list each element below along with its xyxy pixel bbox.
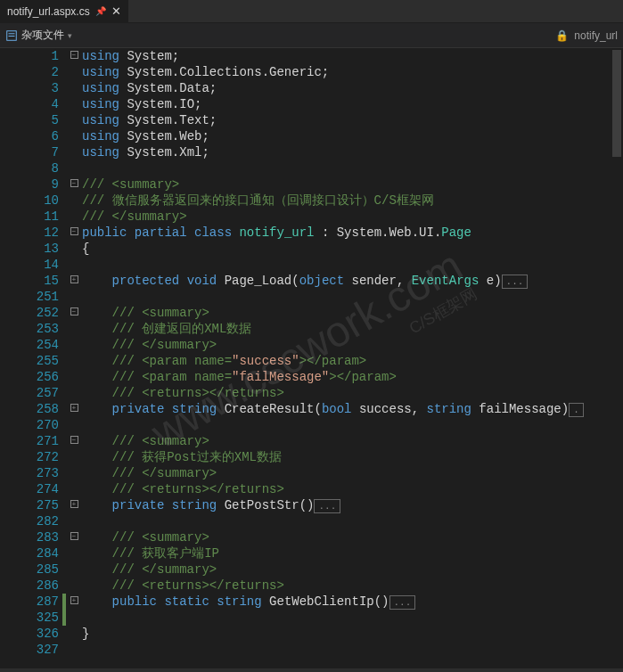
- line-number: 325: [0, 610, 59, 626]
- line-number: 272: [0, 449, 59, 465]
- line-number: 273: [0, 465, 59, 481]
- bottom-bar: [0, 668, 623, 672]
- line-number: 283: [0, 529, 59, 545]
- line-number: 271: [0, 433, 59, 449]
- nav-right-dropdown[interactable]: 🔒 notify_url: [555, 29, 618, 42]
- code-line[interactable]: private string CreateResult(bool success…: [82, 401, 623, 417]
- code-line[interactable]: [82, 610, 623, 626]
- code-line[interactable]: /// <param name="failMessage"></param>: [82, 369, 623, 385]
- code-line[interactable]: /// 创建返回的XML数据: [82, 321, 623, 337]
- code-line[interactable]: /// 微信服务器返回来的接口通知（回调接口设计）C/S框架网: [82, 193, 623, 209]
- line-number: 6: [0, 128, 59, 144]
- code-line[interactable]: using System.Web;: [82, 128, 623, 144]
- code-line[interactable]: /// <summary>: [82, 529, 623, 545]
- close-icon[interactable]: ✕: [111, 4, 121, 18]
- code-editor[interactable]: 1234567891011121314152512522532542552562…: [0, 48, 623, 668]
- code-line[interactable]: /// <summary>: [82, 305, 623, 321]
- line-number: 252: [0, 305, 59, 321]
- code-line[interactable]: [82, 417, 623, 433]
- line-number: 1: [0, 48, 59, 64]
- line-number: 12: [0, 225, 59, 241]
- code-line[interactable]: protected void Page_Load(object sender, …: [82, 273, 623, 289]
- line-number: 286: [0, 578, 59, 594]
- code-line[interactable]: /// </summary>: [82, 337, 623, 353]
- code-line[interactable]: private string GetPostStr()...: [82, 497, 623, 513]
- line-number: 285: [0, 561, 59, 578]
- code-line[interactable]: {: [82, 241, 623, 257]
- line-number: 257: [0, 385, 59, 401]
- code-line[interactable]: /// 获取客户端IP: [82, 545, 623, 561]
- code-line[interactable]: /// <param name="success"></param>: [82, 353, 623, 369]
- line-number: 255: [0, 353, 59, 369]
- line-number: 13: [0, 241, 59, 257]
- fold-collapse-icon[interactable]: −: [70, 179, 78, 187]
- file-tab[interactable]: notify_url.aspx.cs 📌 ✕: [0, 0, 128, 22]
- scrollbar-thumb[interactable]: [612, 50, 621, 157]
- line-number: 274: [0, 481, 59, 497]
- nav-class-label: notify_url: [574, 29, 618, 42]
- fold-collapse-icon[interactable]: −: [70, 307, 78, 316]
- line-number: 282: [0, 513, 59, 529]
- line-number: 326: [0, 626, 59, 642]
- code-area[interactable]: using System;using System.Collections.Ge…: [82, 48, 623, 668]
- code-line[interactable]: using System.IO;: [82, 96, 623, 112]
- code-line[interactable]: [82, 513, 623, 529]
- code-line[interactable]: using System.Text;: [82, 112, 623, 128]
- line-number-gutter: 1234567891011121314152512522532542552562…: [0, 48, 62, 668]
- fold-expand-icon[interactable]: +: [70, 596, 78, 604]
- code-line[interactable]: using System.Xml;: [82, 144, 623, 160]
- line-number: 327: [0, 642, 59, 658]
- svg-rect-1: [9, 33, 15, 34]
- lock-icon: 🔒: [555, 29, 569, 42]
- line-number: 8: [0, 160, 59, 176]
- line-number: 7: [0, 144, 59, 160]
- fold-expand-icon[interactable]: +: [70, 275, 78, 283]
- code-line[interactable]: /// <returns></returns>: [82, 578, 623, 594]
- code-line[interactable]: [82, 289, 623, 305]
- code-line[interactable]: [82, 642, 623, 658]
- nav-misc-label: 杂项文件: [21, 28, 64, 43]
- code-line[interactable]: /// </summary>: [82, 561, 623, 578]
- code-line[interactable]: /// </summary>: [82, 465, 623, 481]
- file-icon: [5, 29, 18, 42]
- line-number: 14: [0, 257, 59, 273]
- tab-bar: notify_url.aspx.cs 📌 ✕: [0, 0, 623, 23]
- line-number: 251: [0, 289, 59, 305]
- pin-icon[interactable]: 📌: [95, 6, 106, 16]
- code-line[interactable]: }: [82, 626, 623, 642]
- code-line[interactable]: [82, 257, 623, 273]
- fold-collapse-icon[interactable]: −: [70, 51, 78, 59]
- code-line[interactable]: using System.Data;: [82, 80, 623, 96]
- code-line[interactable]: using System;: [82, 48, 623, 64]
- line-number: 5: [0, 112, 59, 128]
- line-number: 253: [0, 321, 59, 337]
- vertical-scrollbar[interactable]: [611, 48, 623, 668]
- line-number: 10: [0, 193, 59, 209]
- svg-rect-2: [9, 36, 15, 37]
- fold-collapse-icon[interactable]: −: [70, 436, 78, 444]
- line-number: 9: [0, 176, 59, 193]
- fold-expand-icon[interactable]: +: [70, 500, 78, 508]
- chevron-down-icon[interactable]: ▾: [64, 31, 76, 40]
- fold-collapse-icon[interactable]: −: [70, 532, 78, 540]
- line-number: 287: [0, 594, 59, 610]
- line-number: 254: [0, 337, 59, 353]
- code-line[interactable]: public partial class notify_url : System…: [82, 225, 623, 241]
- fold-column: −−−+−+−+−+: [66, 48, 82, 668]
- line-number: 4: [0, 96, 59, 112]
- code-line[interactable]: /// <summary>: [82, 176, 623, 193]
- fold-collapse-icon[interactable]: −: [70, 227, 78, 235]
- fold-expand-icon[interactable]: +: [70, 404, 78, 412]
- code-line[interactable]: /// <returns></returns>: [82, 385, 623, 401]
- code-line[interactable]: /// 获得Post过来的XML数据: [82, 449, 623, 465]
- line-number: 2: [0, 64, 59, 80]
- code-line[interactable]: /// <returns></returns>: [82, 481, 623, 497]
- line-number: 258: [0, 401, 59, 417]
- code-line[interactable]: using System.Collections.Generic;: [82, 64, 623, 80]
- nav-left-dropdown[interactable]: 杂项文件: [5, 28, 64, 43]
- line-number: 256: [0, 369, 59, 385]
- code-line[interactable]: /// </summary>: [82, 209, 623, 225]
- code-line[interactable]: public static string GetWebClientIp()...: [82, 594, 623, 610]
- code-line[interactable]: [82, 160, 623, 176]
- code-line[interactable]: /// <summary>: [82, 433, 623, 449]
